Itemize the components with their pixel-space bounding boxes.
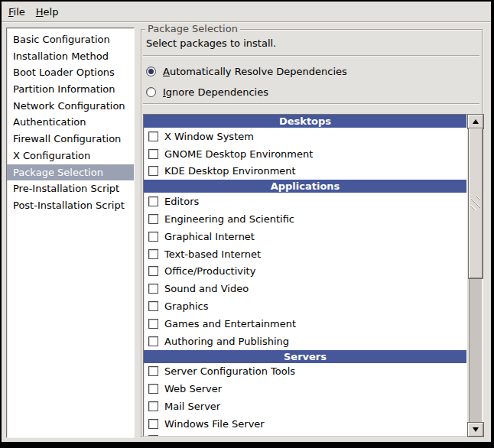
checkbox-icon[interactable]	[148, 249, 158, 259]
package-row-games-and-entertainment[interactable]: Games and Entertainment	[144, 315, 466, 333]
checkbox-icon[interactable]	[148, 419, 158, 429]
checkbox-icon[interactable]	[148, 149, 158, 159]
package-row-engineering-and-scientific[interactable]: Engineering and Scientific	[144, 210, 466, 228]
package-row-authoring-and-publishing[interactable]: Authoring and Publishing	[144, 333, 466, 350]
menu-bar: FileHelp	[2, 2, 491, 22]
checkbox-icon[interactable]	[148, 319, 158, 329]
package-row-editors[interactable]: Editors	[144, 193, 466, 210]
application-window: FileHelp Basic ConfigurationInstallation…	[2, 2, 491, 442]
checkbox-icon[interactable]	[148, 166, 158, 176]
checkbox-icon[interactable]	[148, 266, 158, 276]
package-label: Sound and Video	[164, 283, 249, 294]
menu-help[interactable]: Help	[31, 4, 64, 20]
menu-file[interactable]: File	[3, 4, 31, 20]
checkbox-icon[interactable]	[148, 196, 158, 206]
package-row-partial[interactable]	[144, 433, 466, 437]
separator	[143, 103, 479, 104]
sidebar-item-package-selection[interactable]: Package Selection	[7, 164, 134, 181]
radio-button-icon[interactable]	[146, 67, 156, 76]
package-selection-frame: Package Selection Select packages to ins…	[141, 29, 483, 437]
scrollbar-track[interactable]	[469, 128, 483, 423]
checkbox-icon[interactable]	[148, 366, 158, 376]
checkbox-icon[interactable]	[148, 384, 158, 394]
package-row-graphical-internet[interactable]: Graphical Internet	[144, 228, 466, 245]
package-row-x-window-system[interactable]: X Window System	[144, 128, 466, 145]
scroll-down-button[interactable]	[468, 423, 483, 437]
sidebar-item-firewall-configuration[interactable]: Firewall Configuration	[7, 131, 134, 148]
package-label: Windows File Server	[164, 418, 265, 430]
package-row-gnome-desktop-environment[interactable]: GNOME Desktop Environment	[144, 145, 466, 163]
checkbox-icon[interactable]	[148, 336, 158, 346]
package-label: Authoring and Publishing	[164, 336, 289, 347]
sidebar-item-authentication[interactable]: Authentication	[7, 114, 134, 131]
checkbox-icon[interactable]	[148, 214, 158, 224]
package-label: X Window System	[164, 131, 254, 142]
sidebar-category-list: Basic ConfigurationInstallation MethodBo…	[6, 28, 135, 438]
package-row-server-configuration-tools[interactable]: Server Configuration Tools	[144, 363, 466, 381]
radio-row-ignore-dependencies[interactable]: Ignore Dependencies	[146, 82, 347, 102]
checkbox-icon[interactable]	[148, 401, 158, 411]
checkbox-icon[interactable]	[148, 232, 158, 242]
separator	[143, 55, 479, 56]
package-label: Server Configuration Tools	[164, 365, 295, 377]
package-row-mail-server[interactable]: Mail Server	[144, 398, 466, 415]
up-arrow-icon	[473, 119, 479, 124]
scrollbar-thumb[interactable]	[469, 128, 483, 278]
sidebar-item-basic-configuration[interactable]: Basic Configuration	[7, 31, 134, 48]
sidebar-item-pre-installation-script[interactable]: Pre-Installation Script	[7, 180, 134, 197]
package-row-windows-file-server[interactable]: Windows File Server	[144, 415, 466, 433]
radio-button-icon[interactable]	[146, 87, 156, 97]
package-label: Graphical Internet	[164, 231, 255, 242]
sidebar-item-boot-loader-options[interactable]: Boot Loader Options	[7, 64, 134, 81]
package-label: Graphics	[164, 300, 208, 312]
package-label: KDE Desktop Environment	[164, 165, 296, 177]
package-row-sound-and-video[interactable]: Sound and Video	[144, 280, 466, 297]
scrollbar-grip-icon	[471, 196, 480, 210]
radio-row-automatically-resolve-dependencies[interactable]: Automatically Resolve Dependencies	[146, 61, 347, 82]
vertical-scrollbar	[468, 115, 483, 437]
package-label: GNOME Desktop Environment	[164, 148, 313, 160]
package-label: Editors	[164, 196, 199, 207]
package-label: Text-based Internet	[164, 248, 261, 260]
down-arrow-icon	[473, 427, 479, 432]
checkbox-icon[interactable]	[148, 301, 158, 311]
frame-title: Package Selection	[145, 23, 240, 34]
package-row-kde-desktop-environment[interactable]: KDE Desktop Environment	[144, 163, 466, 180]
sidebar-item-partition-information[interactable]: Partition Information	[7, 81, 134, 98]
checkbox-icon[interactable]	[148, 131, 158, 141]
package-group-list: DesktopsX Window SystemGNOME Desktop Env…	[143, 114, 467, 437]
radio-label: Automatically Resolve Dependencies	[163, 66, 347, 77]
package-label: Web Server	[164, 383, 222, 394]
package-row-web-server[interactable]: Web Server	[144, 380, 466, 398]
package-label: Games and Entertainment	[164, 318, 296, 330]
package-label: Office/Productivity	[164, 265, 255, 277]
dependency-radio-group: Automatically Resolve DependenciesIgnore…	[146, 61, 347, 102]
package-row-graphics[interactable]: Graphics	[144, 297, 466, 315]
package-row-office-productivity[interactable]: Office/Productivity	[144, 263, 466, 281]
subtitle-text: Select packages to install.	[146, 37, 276, 49]
section-header-applications: Applications	[144, 180, 466, 193]
sidebar-item-installation-method[interactable]: Installation Method	[7, 48, 134, 65]
package-label: Mail Server	[164, 401, 220, 412]
section-header-servers: Servers	[144, 350, 466, 363]
package-label: Engineering and Scientific	[164, 213, 294, 225]
checkbox-icon[interactable]	[148, 284, 158, 294]
sidebar-item-post-installation-script[interactable]: Post-Installation Script	[7, 197, 134, 214]
section-header-desktops: Desktops	[144, 115, 466, 128]
package-row-text-based-internet[interactable]: Text-based Internet	[144, 245, 466, 263]
scroll-up-button[interactable]	[468, 115, 483, 128]
sidebar-item-network-configuration[interactable]: Network Configuration	[7, 98, 134, 115]
radio-label: Ignore Dependencies	[163, 86, 268, 98]
checkbox-icon[interactable]	[148, 435, 158, 437]
sidebar-item-x-configuration[interactable]: X Configuration	[7, 148, 134, 164]
